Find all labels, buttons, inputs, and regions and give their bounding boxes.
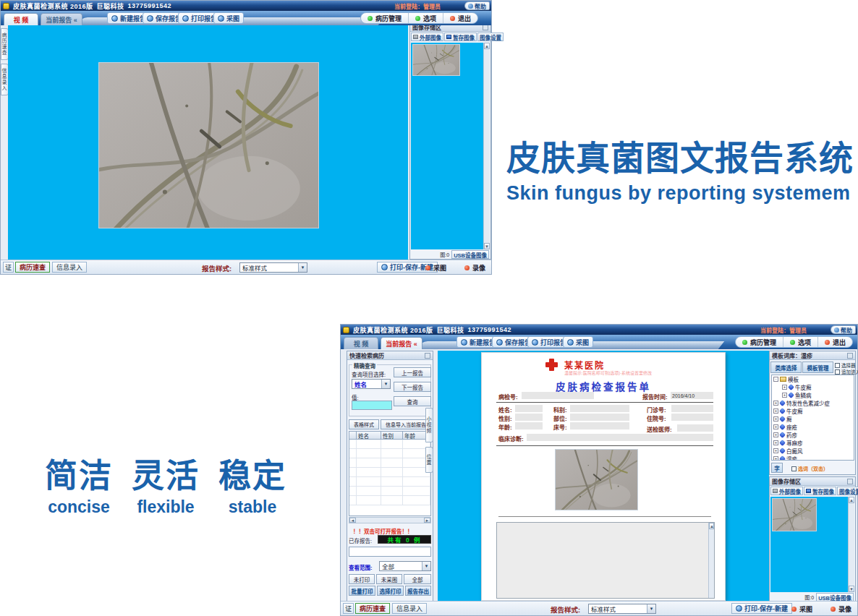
import-info-button[interactable]: 信息导入当前报告: [381, 419, 431, 429]
age-field[interactable]: [515, 422, 543, 429]
pick-word-checkbox[interactable]: 选词（双击）: [791, 465, 828, 472]
tree-item[interactable]: +荨麻疹: [772, 439, 854, 447]
tab-video[interactable]: 视 频: [344, 337, 378, 349]
info-entry-button[interactable]: 信息录入: [392, 603, 427, 614]
scroll-down-icon[interactable]: ▼: [484, 243, 490, 249]
view-range-select[interactable]: 全部▼: [379, 561, 431, 571]
expand-node-icon[interactable]: +: [773, 408, 778, 414]
tree-item[interactable]: +牛皮癣: [772, 407, 854, 415]
title-bar[interactable]: 皮肤真菌检测系统 2016版 巨聪科技 13775991542 当前登陆：管理员…: [341, 325, 857, 335]
title-bar[interactable]: 皮肤真菌检测系统 2016版 巨聪科技 13775991542 当前登陆：管理员…: [1, 1, 491, 11]
report-style-select[interactable]: 标准样式▼: [239, 262, 307, 273]
record-row[interactable]: [349, 449, 430, 458]
capture-button[interactable]: 采图: [791, 604, 812, 614]
expand-node-icon[interactable]: +: [773, 456, 778, 461]
external-images-button[interactable]: 外部图像: [770, 487, 803, 495]
tree-root[interactable]: -模板: [772, 375, 854, 383]
image-settings-button[interactable]: 图像设置: [477, 33, 504, 41]
scroll-right-icon[interactable]: ►: [424, 518, 430, 523]
tree-item[interactable]: +药疹: [772, 431, 854, 439]
help-button[interactable]: 帮助: [831, 325, 856, 334]
body-part-field[interactable]: [570, 414, 629, 421]
table-style-button[interactable]: 表格样式: [349, 419, 379, 429]
prev-report-button[interactable]: 上一报告: [394, 367, 431, 377]
cert-button[interactable]: 证: [343, 603, 354, 614]
patient-name-field[interactable]: [515, 405, 543, 412]
batch-print-button[interactable]: 批量打印: [349, 586, 375, 596]
exit-button[interactable]: 退出: [443, 13, 477, 23]
report-microscope-image[interactable]: [555, 449, 638, 510]
capture-image-button[interactable]: 采图: [213, 12, 244, 24]
record-row[interactable]: [349, 487, 430, 496]
search-value-input[interactable]: [352, 401, 392, 410]
referring-doctor-field[interactable]: [677, 424, 713, 432]
tree-item[interactable]: +牛皮癣: [772, 383, 854, 391]
thumbnail-scrollbar[interactable]: ▲▼: [483, 43, 490, 249]
expand-node-icon[interactable]: +: [773, 440, 778, 445]
select-print-button[interactable]: 选择打印: [377, 586, 404, 596]
report-findings-textarea[interactable]: ▲: [496, 522, 715, 599]
info-entry-button[interactable]: 信息录入: [52, 262, 87, 273]
capture-button[interactable]: 采图: [425, 262, 446, 273]
thumbnail-scrollbar[interactable]: ▲▼: [848, 497, 854, 592]
temp-images-button[interactable]: 暂存图像: [804, 487, 836, 495]
collapse-icon[interactable]: [847, 353, 853, 359]
tree-item[interactable]: +癣: [772, 415, 854, 423]
records-management-button[interactable]: 病历管理: [361, 13, 408, 23]
record-row[interactable]: [349, 496, 430, 505]
expand-node-icon[interactable]: +: [773, 416, 778, 422]
records-management-button[interactable]: 病历管理: [736, 337, 783, 347]
records-hscrollbar[interactable]: ◄►: [349, 517, 431, 523]
clinical-diagnosis-field[interactable]: [527, 434, 713, 441]
stored-image-thumbnail[interactable]: [772, 498, 817, 531]
scroll-up-icon[interactable]: ▲: [709, 523, 714, 529]
expand-node-icon[interactable]: +: [773, 424, 778, 429]
usb-device-button[interactable]: USB设备图像: [451, 250, 489, 259]
cert-button[interactable]: 证: [3, 262, 14, 273]
quick-search-button[interactable]: 病历速查: [355, 603, 390, 614]
record-row[interactable]: [349, 458, 430, 468]
record-button[interactable]: 录像: [831, 604, 851, 614]
tab-video[interactable]: 视 频: [4, 13, 38, 25]
expand-node-icon[interactable]: +: [782, 385, 787, 390]
record-row[interactable]: [349, 440, 430, 449]
record-button[interactable]: 录像: [464, 262, 485, 273]
vertical-tab-mini-video[interactable]: 小视频: [425, 408, 433, 442]
report-time-field[interactable]: 2016/4/10: [671, 392, 713, 399]
help-button[interactable]: 帮助: [464, 1, 490, 10]
next-report-button[interactable]: 下一报告: [394, 382, 431, 392]
filter-all-button[interactable]: 全部: [404, 574, 431, 584]
report-style-select[interactable]: 标准样式▼: [588, 604, 656, 614]
tab-current-report[interactable]: 当前报告 «: [381, 337, 422, 349]
collapse-node-icon[interactable]: -: [773, 377, 778, 382]
external-images-button[interactable]: 外部图像: [411, 33, 443, 41]
expand-node-icon[interactable]: +: [773, 432, 778, 437]
template-manage-button[interactable]: 模板管理: [802, 362, 833, 373]
print-save-new-button[interactable]: 打印-保存-新建: [731, 603, 792, 614]
scroll-down-icon[interactable]: ▼: [849, 586, 854, 592]
temp-images-button[interactable]: 暂存图像: [444, 33, 477, 41]
filter-uncaptured-button[interactable]: 未采图: [376, 574, 402, 584]
collapse-icon[interactable]: [847, 479, 853, 484]
findings-scrollbar[interactable]: ▲: [708, 523, 714, 598]
library-select-button[interactable]: 类库选择: [770, 362, 802, 373]
image-settings-button[interactable]: 图像设置: [837, 487, 858, 495]
gender-field[interactable]: [515, 414, 543, 421]
record-row[interactable]: [349, 477, 430, 487]
close-icon[interactable]: [425, 353, 430, 359]
options-button[interactable]: 选项: [783, 337, 817, 347]
record-row[interactable]: [349, 468, 430, 477]
scroll-left-icon[interactable]: ◄: [349, 518, 356, 523]
tree-item[interactable]: +白癜风: [772, 447, 854, 455]
query-button[interactable]: 查询: [394, 396, 431, 406]
quick-search-button[interactable]: 病历速查: [15, 262, 50, 273]
font-button[interactable]: 字: [771, 463, 783, 473]
export-report-button[interactable]: 报告存出: [405, 586, 431, 596]
inpatient-no-field[interactable]: [671, 414, 713, 421]
stored-image-thumbnail[interactable]: [412, 44, 460, 76]
tree-item[interactable]: +鱼鳞病: [772, 391, 854, 399]
outpatient-no-field[interactable]: [671, 405, 713, 412]
bed-no-field[interactable]: [570, 422, 629, 429]
tree-item[interactable]: +湿疹: [772, 455, 854, 461]
specimen-no-field[interactable]: [522, 392, 594, 399]
